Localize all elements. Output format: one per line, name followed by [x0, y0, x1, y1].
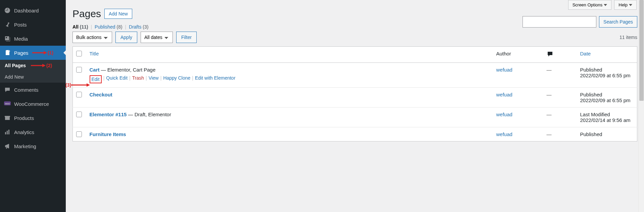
sidebar-label: Media	[14, 36, 28, 42]
dashboard-icon	[4, 7, 11, 14]
sidebar-sub-add-new[interactable]: Add New	[0, 71, 66, 83]
sidebar-label: Analytics	[14, 129, 34, 135]
column-title[interactable]: Title	[90, 51, 99, 56]
svg-rect-10	[8, 130, 9, 134]
help-label: Help	[618, 2, 628, 7]
add-new-button[interactable]: Add New	[104, 9, 132, 19]
woo-icon: woo	[4, 100, 11, 107]
author-link[interactable]: wefuad	[496, 112, 512, 117]
apply-button[interactable]: Apply	[115, 32, 137, 43]
action-quick-edit[interactable]: Quick Edit	[106, 75, 128, 83]
page-title-link[interactable]: Checkout	[90, 92, 112, 97]
analytics-icon	[4, 129, 11, 135]
annotation-1: (1)	[48, 50, 53, 55]
sidebar-sub-label: All Pages	[5, 63, 26, 68]
row-actions: Edit| Quick Edit| Trash| View| Happy Clo…	[90, 75, 490, 83]
author-link[interactable]: wefuad	[496, 131, 512, 137]
search-button[interactable]: Search Pages	[599, 16, 637, 28]
screen-options-label: Screen Options	[573, 2, 603, 7]
action-edit[interactable]: Edit	[92, 77, 100, 82]
sidebar-item-products[interactable]: Products	[0, 111, 66, 125]
annotation-3: (3)	[65, 82, 90, 88]
screen-options-button[interactable]: Screen Options	[568, 0, 612, 10]
action-edit-elementor[interactable]: Edit with Elementor	[195, 75, 236, 83]
action-view[interactable]: View	[149, 75, 159, 83]
sidebar-item-dashboard[interactable]: Dashboard	[0, 3, 66, 17]
products-icon	[4, 115, 11, 121]
row-checkbox[interactable]	[76, 67, 82, 73]
date-full: 2022/02/09 at 6:55 pm	[580, 97, 634, 103]
admin-sidebar: Dashboard Posts Media Pages (1) All Page…	[0, 0, 66, 212]
scrollbar[interactable]	[638, 0, 644, 212]
main-content: Screen Options Help Pages Add New All (1…	[66, 0, 644, 212]
page-title-link[interactable]: Furniture Items	[90, 131, 126, 137]
svg-text:woo: woo	[5, 102, 10, 105]
page-title-link[interactable]: Elementor #115	[90, 112, 127, 117]
svg-marker-12	[87, 83, 90, 87]
sidebar-item-marketing[interactable]: Marketing	[0, 139, 66, 153]
date-status: Last Modified	[580, 112, 634, 117]
table-row: Cart — Elementor, Cart Page Edit| Quick …	[73, 63, 637, 88]
sidebar-label: Comments	[14, 87, 39, 93]
filter-all[interactable]: All (11)	[72, 24, 90, 30]
sidebar-item-pages[interactable]: Pages (1)	[0, 46, 66, 60]
svg-rect-6	[5, 117, 10, 120]
comments-icon	[4, 86, 11, 93]
sidebar-label: Posts	[14, 22, 27, 28]
post-state: — Elementor, Cart Page	[100, 67, 156, 73]
action-trash[interactable]: Trash	[132, 75, 144, 83]
sidebar-sub-all-pages[interactable]: All Pages (2)	[0, 60, 66, 71]
svg-rect-9	[7, 131, 8, 134]
sidebar-sub-label: Add New	[5, 74, 24, 80]
date-full: 2022/02/09 at 6:55 pm	[580, 73, 634, 78]
action-happy-clone[interactable]: Happy Clone	[163, 75, 190, 83]
column-date[interactable]: Date	[580, 51, 591, 56]
scrollbar-thumb[interactable]	[639, 0, 644, 101]
sidebar-label: WooCommerce	[14, 101, 49, 107]
pages-icon	[4, 49, 11, 56]
filter-published[interactable]: Published (8)	[95, 24, 123, 30]
sidebar-item-posts[interactable]: Posts	[0, 17, 66, 32]
svg-marker-3	[42, 64, 46, 67]
row-checkbox[interactable]	[76, 92, 82, 97]
sidebar-item-media[interactable]: Media	[0, 32, 66, 46]
sidebar-item-comments[interactable]: Comments	[0, 83, 66, 97]
pin-icon	[4, 21, 11, 28]
filter-drafts[interactable]: Drafts (3)	[129, 24, 148, 30]
sidebar-label: Dashboard	[14, 8, 39, 13]
no-comments: —	[547, 112, 552, 117]
select-all-checkbox[interactable]	[76, 51, 82, 56]
pages-table: Title Author Date Cart — Elementor, Cart…	[72, 46, 637, 141]
table-row: Furniture Items wefuad — Published	[73, 127, 637, 141]
sidebar-item-analytics[interactable]: Analytics	[0, 125, 66, 139]
no-comments: —	[547, 67, 552, 73]
sidebar-label: Pages	[14, 50, 29, 56]
author-link[interactable]: wefuad	[496, 67, 512, 73]
bulk-actions-select[interactable]: Bulk actions	[72, 32, 112, 43]
svg-rect-7	[5, 116, 10, 117]
page-title-link[interactable]: Cart	[90, 67, 100, 73]
author-link[interactable]: wefuad	[496, 92, 512, 97]
page-title: Pages	[72, 8, 101, 19]
marketing-icon	[4, 143, 11, 150]
date-status: Published	[580, 131, 634, 137]
post-state: — Draft, Elementor	[127, 112, 171, 117]
sidebar-label: Marketing	[14, 143, 36, 149]
date-filter-select[interactable]: All dates	[141, 32, 173, 43]
comments-icon[interactable]	[547, 51, 553, 58]
row-checkbox[interactable]	[76, 112, 82, 117]
svg-rect-8	[5, 132, 6, 134]
sidebar-submenu-pages: All Pages (2) Add New	[0, 60, 66, 83]
table-row: Elementor #115 — Draft, Elementor wefuad…	[73, 108, 637, 127]
sidebar-label: Products	[14, 115, 34, 121]
search-input[interactable]	[523, 16, 596, 28]
help-button[interactable]: Help	[614, 0, 637, 10]
filter-button[interactable]: Filter	[176, 32, 197, 43]
media-icon	[4, 35, 11, 42]
date-status: Published	[580, 67, 634, 73]
items-count: 11 items	[620, 35, 637, 40]
no-comments: —	[547, 131, 552, 137]
table-row: Checkout wefuad — Published 2022/02/09 a…	[73, 88, 637, 108]
row-checkbox[interactable]	[76, 131, 82, 137]
sidebar-item-woocommerce[interactable]: woo WooCommerce	[0, 97, 66, 111]
